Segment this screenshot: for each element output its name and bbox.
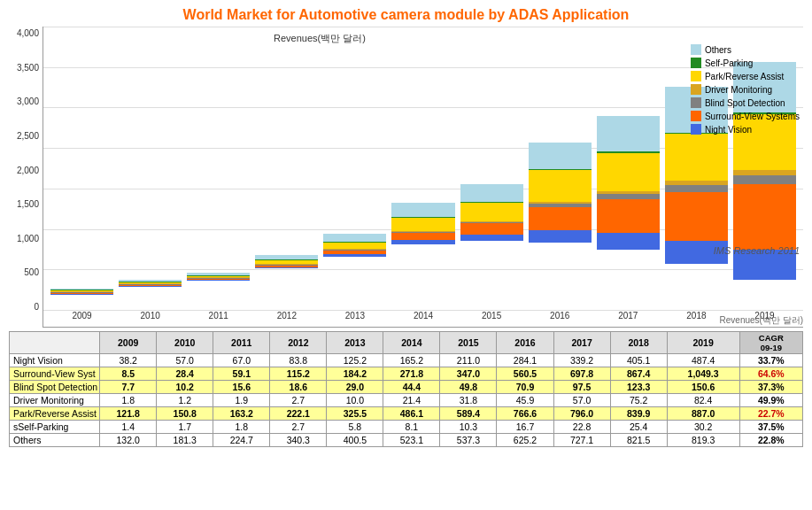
table-cell: 22.7% [739, 407, 802, 421]
legend-label: Park/Reverse Assist [705, 72, 784, 81]
table-cell: 10.0 [327, 394, 383, 407]
table-cell: 57.0 [553, 394, 610, 407]
x-axis-label: 2014 [391, 311, 454, 327]
table-cell: 75.2 [610, 394, 667, 407]
legend-area: OthersSelf-ParkingPark/Reverse AssistDri… [691, 44, 800, 135]
legend-color-box [691, 97, 701, 108]
table-cell: 115.2 [270, 367, 327, 381]
table-cell: 727.1 [553, 434, 610, 447]
table-row: Others132.0181.3224.7340.3400.5523.1537.… [10, 434, 803, 447]
bar-segment-nightvision [391, 240, 454, 244]
table-cell: 150.8 [157, 407, 213, 421]
row-label: Night Vision [10, 354, 100, 367]
bar-segment-nightvision [529, 230, 592, 243]
table-header-cell: 2014 [383, 332, 440, 354]
y-axis-label: 1,500 [17, 199, 39, 209]
table-cell: 325.5 [327, 407, 383, 421]
table-header-cell: 2009 [100, 332, 157, 354]
bar-group [255, 27, 318, 311]
row-label: sSelf-Parking [10, 421, 100, 434]
y-axis-label: 4,000 [17, 28, 39, 38]
table-cell: 165.2 [383, 354, 440, 367]
table-cell: 887.0 [667, 407, 739, 421]
revenue-label: Revenues(백만 달러) [274, 32, 366, 45]
bar-stack [119, 280, 182, 311]
bar-segment-surround [597, 199, 660, 233]
bar-segment-others [597, 116, 660, 151]
x-axis-label: 2012 [255, 311, 318, 327]
legend-item: Self-Parking [691, 58, 800, 68]
legend-color-box [691, 124, 701, 135]
table-cell: 487.4 [667, 354, 739, 367]
bar-segment-others [323, 234, 386, 242]
legend-color-box [691, 44, 701, 55]
x-axis-label: 2017 [597, 311, 660, 327]
legend-item: Driver Monitoring [691, 84, 800, 95]
table-cell: 18.6 [270, 381, 327, 394]
table-cell: 22.8% [739, 434, 802, 447]
table-cell: 184.2 [327, 367, 383, 381]
bar-segment-nightvision [323, 254, 386, 257]
table-header-cell: CAGR09-19 [739, 332, 802, 354]
bar-segment-nightvision [187, 280, 250, 281]
bar-segment-surround [529, 207, 592, 231]
x-axis-label: 2009 [50, 311, 113, 327]
bar-segment-park [597, 153, 660, 192]
table-cell: 589.4 [440, 407, 497, 421]
table-cell: 16.7 [497, 421, 553, 434]
table-cell: 57.0 [157, 354, 213, 367]
bar-group [119, 27, 182, 311]
table-cell: 163.2 [213, 407, 270, 421]
bar-segment-surround [460, 223, 523, 234]
table-row: Surround-View Syst8.528.459.1115.2184.22… [10, 367, 803, 381]
table-cell: 10.3 [440, 421, 497, 434]
revenue-label2: Revenues(백만 달러) [720, 314, 803, 327]
y-axis-label: 0 [34, 302, 39, 312]
table-cell: 70.9 [497, 381, 553, 394]
y-axis-label: 3,000 [17, 97, 39, 106]
table-cell: 44.4 [383, 381, 440, 394]
table-cell: 224.7 [213, 434, 270, 447]
chart-title: World Market for Automotive camera modul… [9, 7, 803, 23]
data-table: 2009201020112012201320142015201620172018… [9, 331, 803, 447]
table-cell: 21.4 [383, 394, 440, 407]
table-cell: 697.8 [553, 367, 610, 381]
table-cell: 49.9% [739, 394, 802, 407]
table-header-cell: 2019 [667, 332, 739, 354]
x-axis-label: 2015 [460, 311, 523, 327]
legend-color-box [691, 111, 701, 121]
table-cell: 8.1 [383, 421, 440, 434]
x-axis-label: 2013 [323, 311, 386, 327]
table-cell: 523.1 [383, 434, 440, 447]
table-cell: 486.1 [383, 407, 440, 421]
table-cell: 560.5 [497, 367, 553, 381]
table-cell: 1.8 [213, 421, 270, 434]
table-cell: 38.2 [100, 354, 157, 367]
table-cell: 5.8 [327, 421, 383, 434]
bar-group [460, 27, 523, 311]
table-cell: 181.3 [157, 434, 213, 447]
table-cell: 271.8 [383, 367, 440, 381]
table-cell: 1,049.3 [667, 367, 739, 381]
x-axis-label: 2011 [187, 311, 250, 327]
bar-stack [50, 289, 113, 311]
table-cell: 405.1 [610, 354, 667, 367]
table-cell: 15.6 [213, 381, 270, 394]
x-axis-label: 2016 [529, 311, 592, 327]
bar-segment-blind [733, 175, 796, 185]
table-cell: 30.2 [667, 421, 739, 434]
table-row: Driver Monitoring1.81.21.92.710.021.431.… [10, 394, 803, 407]
table-cell: 121.8 [100, 407, 157, 421]
table-cell: 796.0 [553, 407, 610, 421]
table-cell: 67.0 [213, 354, 270, 367]
legend-item: Night Vision [691, 124, 800, 135]
table-header-cell: 2017 [553, 332, 610, 354]
table-cell: 867.4 [610, 367, 667, 381]
table-cell: 31.8 [440, 394, 497, 407]
table-cell: 83.8 [270, 354, 327, 367]
legend-label: Surround-View Systems [705, 112, 800, 121]
bar-segment-blind [665, 185, 728, 192]
table-cell: 284.1 [497, 354, 553, 367]
main-container: World Market for Automotive camera modul… [0, 0, 812, 510]
table-cell: 1.8 [100, 394, 157, 407]
